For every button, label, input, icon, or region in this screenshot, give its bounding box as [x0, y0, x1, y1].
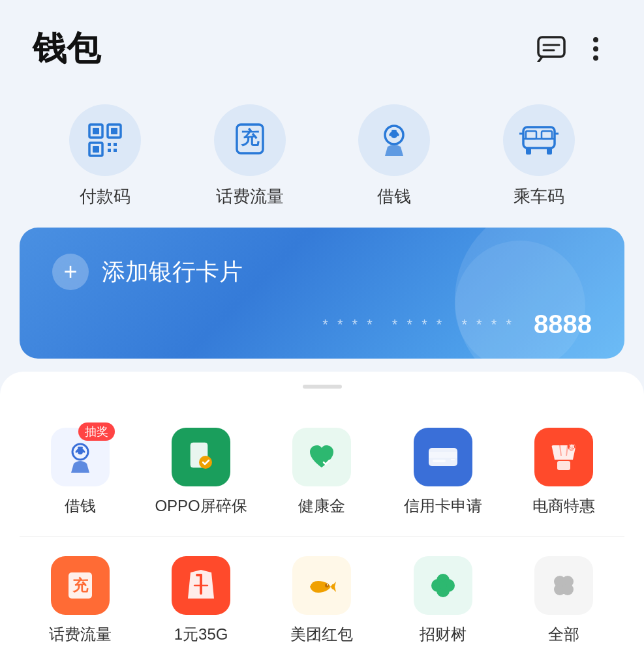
xinyongka-icon [414, 428, 472, 486]
svg-point-58 [562, 584, 574, 595]
svg-rect-13 [108, 143, 111, 146]
huafei-label: 话费流量 [49, 624, 112, 645]
xinyongka-label: 信用卡申请 [404, 496, 482, 516]
bank-card-add: + 添加银行卡片 [52, 254, 592, 290]
pay-code-label: 付款码 [80, 185, 130, 208]
header-icons [536, 33, 611, 65]
bank-card-section[interactable]: + 添加银行卡片 * * * * * * * * * * * * 8888 [20, 228, 624, 359]
jiankang-wrapper [292, 428, 351, 486]
svg-rect-40 [557, 461, 570, 470]
dianshang-label: 电商特惠 [532, 496, 595, 516]
svg-rect-0 [538, 37, 564, 57]
zhaocai-icon [414, 556, 472, 615]
bank-card-number: * * * * * * * * * * * * 8888 [52, 310, 592, 359]
svg-point-31 [78, 449, 83, 454]
quanbu-icon [534, 556, 593, 615]
bus-icon [503, 104, 575, 176]
oppo-label: OPPO屏碎保 [155, 496, 247, 516]
svg-point-6 [593, 55, 598, 61]
service-dianshang[interactable]: 惠 电商特惠 [504, 415, 624, 536]
svg-rect-10 [93, 128, 99, 134]
card-last-digits: 8888 [534, 310, 592, 339]
jiequian-label: 借钱 [65, 496, 96, 516]
jiequian-wrapper: 抽奖 [51, 428, 110, 486]
oppo-icon [172, 428, 230, 486]
svg-point-49 [327, 584, 328, 585]
quick-action-transit[interactable]: 乘车码 [503, 104, 575, 208]
svg-rect-21 [391, 130, 397, 132]
recharge-label: 话费流量 [216, 185, 284, 208]
oppo-wrapper [172, 428, 230, 486]
jiankang-icon [292, 428, 351, 486]
service-1yuan[interactable]: 1元35G [140, 543, 261, 652]
service-jiankang[interactable]: 健康金 [262, 415, 382, 536]
page-title: 钱包 [33, 26, 100, 72]
svg-rect-15 [108, 149, 111, 152]
huafei-wrapper: 充 [51, 556, 110, 615]
quanbu-label: 全部 [548, 624, 579, 645]
huafei-icon: 充 [51, 556, 110, 615]
transit-label: 乘车码 [514, 185, 564, 208]
bottom-section: 抽奖 借钱 OPPO屏碎保 [0, 372, 644, 652]
1yuan-label: 1元35G [174, 624, 228, 645]
header: 钱包 [0, 0, 644, 85]
borrow-icon [358, 104, 430, 176]
jiankang-label: 健康金 [298, 496, 345, 516]
quick-actions: 付款码 充 话费流量 借钱 [0, 85, 644, 228]
dianshang-wrapper: 惠 [534, 428, 593, 486]
svg-rect-24 [542, 131, 552, 139]
svg-rect-27 [547, 148, 552, 155]
svg-rect-16 [114, 149, 117, 152]
xinyongka-wrapper [414, 428, 472, 486]
drag-handle [303, 385, 342, 389]
message-icon[interactable] [536, 33, 567, 65]
svg-rect-26 [526, 148, 531, 155]
svg-point-4 [593, 37, 598, 42]
service-grid-row2: 充 话费流量 1元35G [0, 537, 644, 652]
service-grid-row1: 抽奖 借钱 OPPO屏碎保 [0, 408, 644, 536]
svg-rect-11 [111, 128, 117, 134]
svg-rect-12 [93, 146, 99, 153]
more-icon[interactable] [580, 33, 611, 65]
svg-text:惠: 惠 [568, 444, 575, 451]
meituan-label: 美团红包 [290, 624, 353, 645]
quanbu-wrapper [534, 556, 593, 615]
svg-point-35 [199, 456, 212, 469]
service-meituan[interactable]: 美团红包 [262, 543, 382, 652]
meituan-wrapper [292, 556, 351, 615]
meituan-icon [292, 556, 351, 615]
zhaocai-label: 招财树 [420, 624, 467, 645]
service-xinyongka[interactable]: 信用卡申请 [382, 415, 503, 536]
bank-card-add-label: 添加银行卡片 [102, 256, 243, 288]
service-quanbu[interactable]: 全部 [504, 543, 624, 652]
zhaocai-wrapper [414, 556, 472, 615]
jiequian-badge: 抽奖 [78, 422, 115, 441]
service-jiequian[interactable]: 抽奖 借钱 [20, 415, 140, 536]
1yuan-wrapper [172, 556, 230, 615]
svg-point-48 [325, 584, 329, 587]
svg-rect-32 [78, 447, 83, 449]
svg-text:充: 充 [72, 576, 89, 594]
dianshang-icon: 惠 [534, 428, 593, 486]
svg-rect-14 [114, 143, 117, 146]
svg-point-54 [439, 582, 447, 589]
service-oppo[interactable]: OPPO屏碎保 [140, 415, 261, 536]
quick-action-borrow[interactable]: 借钱 [358, 104, 430, 208]
card-stars: * * * * * * * * * * * * [322, 315, 514, 334]
svg-line-1 [538, 57, 542, 62]
charge-icon: 充 [214, 104, 286, 176]
svg-point-5 [593, 46, 598, 52]
service-huafei[interactable]: 充 话费流量 [20, 543, 140, 652]
svg-text:充: 充 [240, 127, 260, 148]
add-icon: + [52, 254, 89, 290]
1yuan-icon [172, 556, 230, 615]
svg-rect-38 [433, 460, 446, 462]
qr-code-icon [69, 104, 141, 176]
svg-rect-23 [526, 131, 536, 139]
service-zhaocai[interactable]: 招财树 [382, 543, 503, 652]
svg-rect-37 [429, 452, 457, 458]
quick-action-recharge[interactable]: 充 话费流量 [214, 104, 286, 208]
borrow-label: 借钱 [377, 185, 411, 208]
svg-point-20 [391, 132, 397, 138]
quick-action-pay-code[interactable]: 付款码 [69, 104, 141, 208]
